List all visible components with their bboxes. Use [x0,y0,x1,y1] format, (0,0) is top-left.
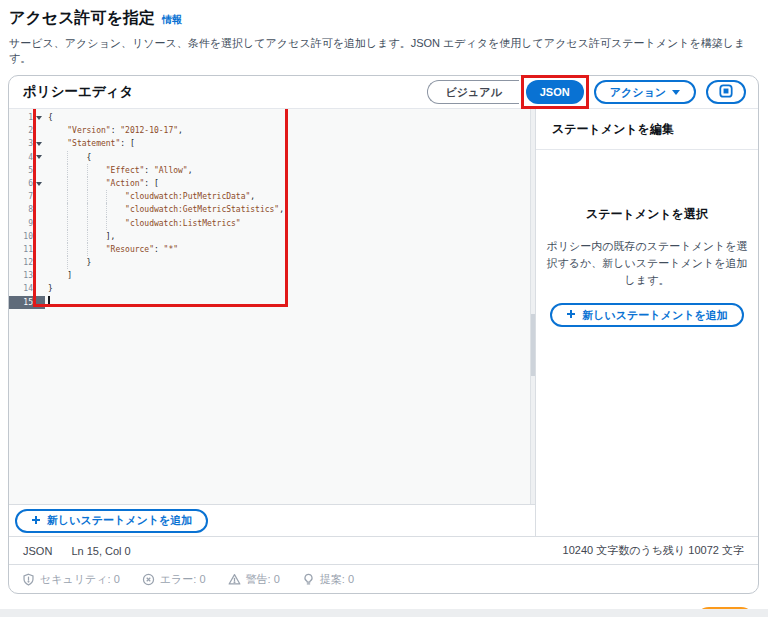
warning-triangle-icon [228,573,241,586]
line-gutter[interactable]: 6 [9,177,45,190]
indent-guide [67,164,68,177]
line-number: 2 [9,124,33,137]
editor-scrollbar[interactable] [530,109,535,504]
line-gutter[interactable]: 1 [9,111,45,124]
code-text: "Resource": "*" [45,243,535,256]
line-number: 11 [9,243,33,256]
code-line[interactable]: 13 ] [9,269,535,282]
indent-guide [87,164,88,177]
code-line[interactable]: 1{ [9,111,535,124]
policy-editor-header: ポリシーエディタ ビジュアル JSON アクション [9,76,758,109]
line-gutter[interactable]: 3 [9,137,45,150]
warnings-button[interactable]: 警告: 0 [228,572,280,587]
editor-issues-bar: セキュリティ: 0 エラー: 0 警告: 0 提案: 0 [9,564,758,593]
code-text: "cloudwatch:ListMetrics" [45,217,535,230]
line-gutter[interactable]: 7 [9,190,45,203]
editor-body: 1{2 "Version": "2012-10-17",3 "Statement… [9,109,758,536]
actions-menu-button[interactable]: アクション [594,80,696,104]
code-line[interactable]: 5 "Effect": "Allow", [9,164,535,177]
indent-guide [67,217,68,230]
indent-guide [87,203,88,216]
json-code-editor[interactable]: 1{2 "Version": "2012-10-17",3 "Statement… [9,109,535,504]
line-gutter[interactable]: 15 [9,296,45,309]
line-gutter[interactable]: 5 [9,164,45,177]
fold-arrow-icon[interactable] [33,182,45,186]
code-line[interactable]: 7 "cloudwatch:PutMetricData", [9,190,535,203]
indent-guide [67,230,68,243]
plus-icon [566,309,576,321]
code-text [45,296,535,309]
editor-footer: 新しいステートメントを追加 [9,504,535,536]
code-line[interactable]: 14} [9,282,535,295]
line-number: 8 [9,203,33,216]
code-line[interactable]: 6 "Action": [ [9,177,535,190]
line-number: 1 [9,111,33,124]
page-bottom-strip [0,609,768,617]
policy-editor-card: ポリシーエディタ ビジュアル JSON アクション 1{2 "Version":… [8,75,759,594]
line-gutter[interactable]: 10 [9,230,45,243]
line-gutter[interactable]: 8 [9,203,45,216]
line-gutter[interactable]: 12 [9,256,45,269]
editor-mode: JSON [23,545,52,557]
fold-arrow-icon[interactable] [33,116,45,120]
security-issues-label: セキュリティ: 0 [40,572,120,587]
text-cursor [48,296,50,306]
line-gutter[interactable]: 2 [9,124,45,137]
panel-title: ステートメントを編集 [536,109,758,150]
code-line[interactable]: 4 { [9,151,535,164]
line-number: 15 [9,296,33,309]
code-text: "cloudwatch:GetMetricStatistics", [45,203,535,216]
code-line[interactable]: 2 "Version": "2012-10-17", [9,124,535,137]
empty-state-heading: ステートメントを選択 [546,206,748,223]
code-text: { [45,111,535,124]
split-view-button[interactable] [706,80,746,104]
code-text: { [45,151,535,164]
line-number: 7 [9,190,33,203]
line-gutter[interactable]: 9 [9,217,45,230]
indent-guide [67,151,68,164]
line-number: 10 [9,230,33,243]
code-text: } [45,256,535,269]
indent-guide [106,190,107,203]
suggestions-button[interactable]: 提案: 0 [302,572,354,587]
line-gutter[interactable]: 4 [9,151,45,164]
panel-add-statement-label: 新しいステートメントを追加 [582,308,727,323]
security-issues-button[interactable]: セキュリティ: 0 [22,572,120,587]
info-link[interactable]: 情報 [162,13,182,27]
code-line[interactable]: 12 } [9,256,535,269]
code-line[interactable]: 11 "Resource": "*" [9,243,535,256]
visual-tab-button[interactable]: ビジュアル [427,80,518,104]
code-line[interactable]: 15 [9,296,535,309]
code-text: ], [45,230,535,243]
policy-editor-title: ポリシーエディタ [23,83,133,101]
indent-guide [67,190,68,203]
json-tab-button[interactable]: JSON [526,80,584,104]
actions-menu-label: アクション [610,85,666,100]
empty-state-text: ポリシー内の既存のステートメントを選択するか、新しいステートメントを追加します。 [546,238,748,289]
add-statement-label: 新しいステートメントを追加 [47,513,192,528]
add-statement-button[interactable]: 新しいステートメントを追加 [15,509,208,533]
page-header: アクセス許可を指定 情報 サービス、アクション、リソース、条件を選択してアクセス… [0,0,768,66]
errors-button[interactable]: エラー: 0 [142,572,206,587]
cursor-position: Ln 15, Col 0 [71,545,130,557]
line-gutter[interactable]: 11 [9,243,45,256]
code-line[interactable]: 9 "cloudwatch:ListMetrics" [9,217,535,230]
scrollbar-thumb[interactable] [531,314,535,376]
code-line[interactable]: 10 ], [9,230,535,243]
line-number: 5 [9,164,33,177]
fold-arrow-icon[interactable] [33,142,45,146]
warnings-label: 警告: 0 [246,572,280,587]
line-gutter[interactable]: 13 [9,269,45,282]
panel-add-statement-button[interactable]: 新しいステートメントを追加 [550,303,743,327]
shield-icon [22,573,35,586]
indent-guide [87,230,88,243]
line-number: 4 [9,151,33,164]
code-line[interactable]: 3 "Statement": [ [9,137,535,150]
code-line[interactable]: 8 "cloudwatch:GetMetricStatistics", [9,203,535,216]
fold-arrow-icon[interactable] [33,155,45,159]
line-number: 12 [9,256,33,269]
code-text: } [45,282,535,295]
line-number: 14 [9,282,33,295]
page-title: アクセス許可を指定 [9,8,155,29]
line-gutter[interactable]: 14 [9,282,45,295]
